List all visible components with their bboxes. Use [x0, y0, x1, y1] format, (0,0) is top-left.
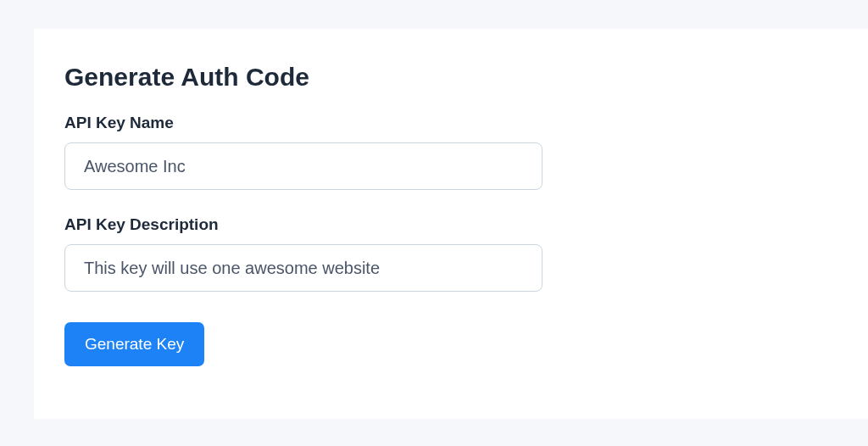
api-key-name-group: API Key Name	[64, 114, 837, 190]
api-key-description-input[interactable]	[64, 244, 542, 292]
api-key-description-group: API Key Description	[64, 215, 837, 292]
generate-auth-code-card: Generate Auth Code API Key Name API Key …	[34, 29, 868, 419]
api-key-name-input[interactable]	[64, 142, 542, 190]
api-key-description-label: API Key Description	[64, 215, 837, 234]
api-key-name-label: API Key Name	[64, 114, 837, 132]
page-title: Generate Auth Code	[64, 63, 837, 92]
generate-key-button[interactable]: Generate Key	[64, 322, 204, 366]
